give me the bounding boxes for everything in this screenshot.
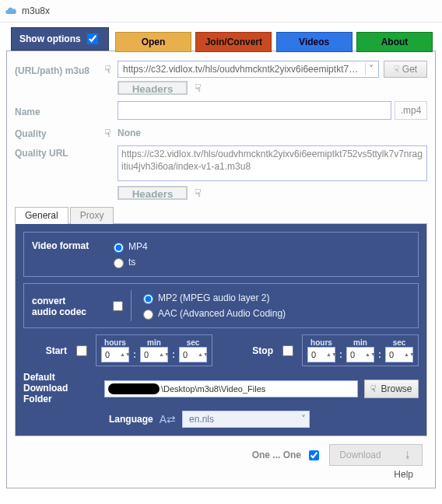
pointer-icon[interactable]: ☟ xyxy=(191,187,205,199)
tab-open[interactable]: Open xyxy=(115,32,191,52)
quality-url-row: Quality URL https://c32.vidlox.tv/hls/ou… xyxy=(15,145,427,181)
video-format-group: Video format MP4 ts xyxy=(23,232,419,277)
radio-aac[interactable] xyxy=(143,310,153,320)
radio-mp4[interactable] xyxy=(114,243,124,253)
one-one-toggle[interactable]: One ... One xyxy=(252,448,321,463)
window-title: m3u8x xyxy=(22,5,50,16)
url-label: (URL/path) m3u8 xyxy=(15,63,100,76)
pointer-icon[interactable]: ☟ xyxy=(100,63,114,75)
app-icon xyxy=(5,5,17,17)
audio-codec-group: convert audio codec MP2 (MPEG audio laye… xyxy=(23,283,419,328)
pointer-icon[interactable]: ☟ xyxy=(191,82,205,94)
video-format-label: Video format xyxy=(32,239,110,270)
titlebar: m3u8x xyxy=(0,0,442,23)
download-folder-path[interactable]: \Desktop\m3u8\Video_Files xyxy=(104,380,358,397)
browse-button[interactable]: ☟ Browse xyxy=(364,380,419,398)
quality-url-label: Quality URL xyxy=(15,145,100,159)
quality-row: Quality ☟ None xyxy=(15,126,427,139)
radio-mp2-label: MP2 (MPEG audio layer 2) xyxy=(158,292,269,303)
radio-aac-label: AAC (Advanced Audio Coding) xyxy=(158,308,286,319)
start-min[interactable]: 0▲▼ xyxy=(140,347,168,362)
download-folder-label: Default Download Folder xyxy=(23,373,98,404)
get-button[interactable]: ☟ Get xyxy=(384,61,427,78)
time-row: Start hours 0▲▼ : min 0▲▼ : sec 0▲▼ Stop xyxy=(23,334,419,366)
stop-hours[interactable]: 0▲▼ xyxy=(307,347,335,362)
show-options-label: Show options xyxy=(19,33,81,44)
url-row: (URL/path) m3u8 ☟ https://c32.vidlox.tv/… xyxy=(15,61,427,78)
stop-min[interactable]: 0▲▼ xyxy=(346,347,374,362)
pointer-icon: ☟ xyxy=(370,383,376,394)
name-row: Name .mp4 xyxy=(15,101,427,120)
tab-about[interactable]: About xyxy=(356,32,433,52)
start-hours[interactable]: 0▲▼ xyxy=(101,347,129,362)
top-tabs-row: Show options Open Join/Convert Videos Ab… xyxy=(6,30,436,51)
download-button[interactable]: Download ⭳ xyxy=(329,444,423,466)
name-input[interactable] xyxy=(118,101,391,120)
convert-label: convert audio codec xyxy=(32,294,110,318)
start-sec[interactable]: 0▲▼ xyxy=(179,347,207,362)
url-combobox[interactable]: https://c32.vidlox.tv/hls/oudvhmckntk2yi… xyxy=(118,61,379,78)
qurl-headers-button[interactable]: Headers xyxy=(118,186,188,200)
tab-videos[interactable]: Videos xyxy=(276,32,353,52)
start-checkbox[interactable] xyxy=(76,345,87,356)
radio-ts-label: ts xyxy=(128,257,135,268)
url-headers-row: Headers ☟ xyxy=(15,81,427,95)
convert-checkbox[interactable] xyxy=(113,301,123,311)
language-combobox[interactable]: en.nls ˅ xyxy=(182,411,310,428)
language-label: Language xyxy=(109,414,153,425)
radio-mp2[interactable] xyxy=(143,294,153,304)
help-link[interactable]: Help xyxy=(394,469,413,480)
show-options-checkbox[interactable] xyxy=(87,33,98,44)
footer: One ... One Download ⭳ xyxy=(15,436,427,467)
language-row: Language A⇄ en.nls ˅ xyxy=(23,411,419,428)
show-options-toggle[interactable]: Show options xyxy=(11,27,109,51)
start-label: Start xyxy=(23,345,67,356)
quality-url-text[interactable]: https://c32.vidlox.tv/hls/oudvhmckntk2yi… xyxy=(118,145,427,181)
file-ext: .mp4 xyxy=(395,101,427,120)
help-row: Help xyxy=(15,467,427,480)
stop-label: Stop xyxy=(252,345,273,356)
pointer-icon: ☟ xyxy=(394,64,399,75)
download-icon: ⭳ xyxy=(403,450,412,460)
url-value: https://c32.vidlox.tv/hls/oudvhmckntk2yi… xyxy=(123,64,362,75)
qurl-headers-row: Headers ☟ xyxy=(15,186,427,200)
translate-icon: A⇄ xyxy=(160,413,176,425)
chevron-down-icon[interactable]: ˅ xyxy=(301,414,306,425)
sub-tabs: General Proxy xyxy=(15,206,427,224)
main-panel: (URL/path) m3u8 ☟ https://c32.vidlox.tv/… xyxy=(6,51,436,488)
stop-checkbox[interactable] xyxy=(282,345,293,356)
subtab-general[interactable]: General xyxy=(15,207,68,224)
quality-label: Quality xyxy=(15,126,100,139)
radio-mp4-label: MP4 xyxy=(128,241,148,252)
redacted-path xyxy=(108,383,160,394)
subtab-proxy[interactable]: Proxy xyxy=(70,207,114,224)
start-time-group: hours 0▲▼ : min 0▲▼ : sec 0▲▼ xyxy=(96,334,212,366)
quality-value: None xyxy=(118,128,141,138)
pointer-icon[interactable]: ☟ xyxy=(100,127,114,139)
one-one-checkbox[interactable] xyxy=(309,450,319,460)
stop-sec[interactable]: 0▲▼ xyxy=(385,347,413,362)
general-panel: Video format MP4 ts convert audio codec xyxy=(15,224,427,436)
url-headers-button[interactable]: Headers xyxy=(118,81,188,95)
name-label: Name xyxy=(15,104,100,117)
chevron-down-icon[interactable]: ˅ xyxy=(365,63,377,75)
stop-time-group: hours 0▲▼ : min 0▲▼ : sec 0▲▼ xyxy=(302,334,419,366)
radio-ts[interactable] xyxy=(114,258,124,268)
tab-join[interactable]: Join/Convert xyxy=(195,32,272,52)
download-folder-row: Default Download Folder \Desktop\m3u8\Vi… xyxy=(23,373,419,404)
